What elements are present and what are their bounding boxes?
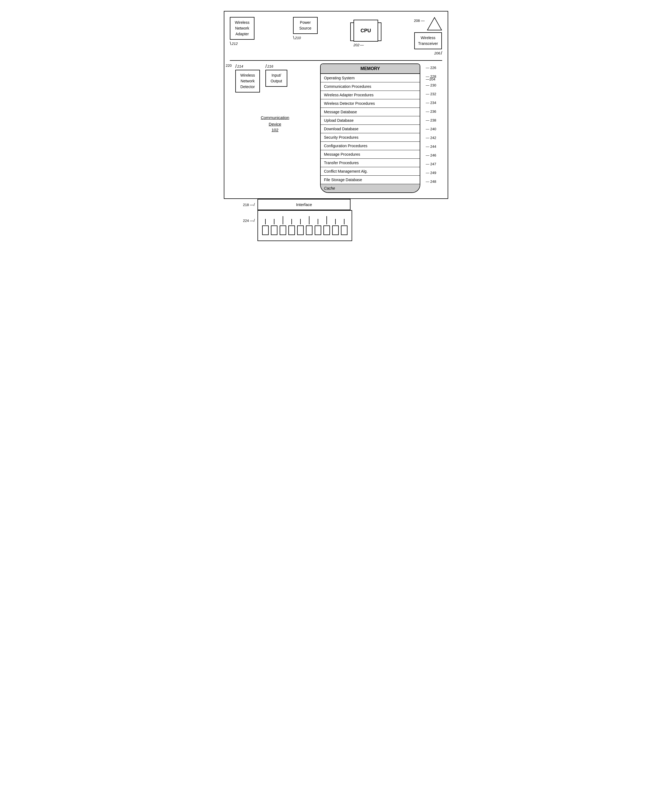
memory-ref-number: — 230 [426, 81, 442, 90]
memory-ref-number: — 244 [426, 142, 442, 151]
memory-ref-number: — 236 [426, 107, 442, 116]
memory-item: Cache [321, 184, 420, 192]
antenna-triangle [427, 17, 442, 31]
wireless-network-detector-group: / 214 Wireless Network Detector [235, 63, 260, 92]
memory-item: Download Database [321, 125, 420, 133]
input-output-group: / 216 Input/ Output [265, 63, 287, 92]
memory-ref-number: — 234 [426, 99, 442, 107]
keyboard-row: 224 —/ [243, 210, 448, 241]
diagram-wrapper: Wireless Network Adapter \ 212 Power Sou… [224, 11, 448, 241]
memory-item: Message Procedures [321, 150, 420, 159]
wireless-transceiver-group: 208 — Wireless Transceiver 206 / [414, 17, 442, 56]
memory-item: Upload Database [321, 116, 420, 125]
memory-header: MEMORY [321, 64, 420, 74]
power-source-box: Power Source [293, 17, 318, 34]
keyboard-connector-col [262, 219, 269, 235]
memory-item: Transfer Procedures [321, 159, 420, 167]
keyboard-diagram [257, 210, 352, 241]
memory-item: File Storage Database [321, 176, 420, 184]
keyboard-key [323, 225, 330, 235]
interface-ref-label: 218 —/ [243, 202, 255, 207]
svg-marker-0 [427, 18, 442, 30]
keyboard-connector-col [271, 219, 278, 235]
detector-io-row: / 214 Wireless Network Detector / 216 [235, 63, 315, 92]
keyboard-key [297, 225, 304, 235]
keyboard-key [341, 225, 347, 235]
memory-item: Communication Procedures [321, 82, 420, 91]
keyboard-connector-col [297, 219, 304, 235]
memory-ref-number: — 232 [426, 90, 442, 99]
memory-item: Conflict Management Alg. [321, 167, 420, 176]
keyboard-key [332, 225, 339, 235]
keyboard-connector-col [288, 219, 295, 235]
keyboard-connector-col [323, 216, 330, 235]
memory-ref-number: — 248 [426, 177, 442, 186]
transceiver-ref: 206 [434, 51, 440, 55]
wireless-transceiver-box: Wireless Transceiver [414, 32, 442, 49]
power-source-group: Power Source \ 210 [293, 17, 318, 41]
keyboard-connector-col [332, 219, 339, 235]
bottom-section: 220 / 214 Wireless Network Detector [230, 63, 442, 193]
communication-device-label: Communication Device 102 [235, 114, 315, 132]
memory-column: —204 MEMORY Operating SystemCommunicatio… [320, 63, 420, 193]
memory-ref-number: — 238 [426, 116, 442, 125]
memory-ref-number: — 249 [426, 168, 442, 177]
keyboard-key [271, 225, 278, 235]
keyboard-key [288, 225, 295, 235]
cpu-box: CPU [354, 20, 378, 42]
wireless-network-adapter-box: Wireless Network Adapter [230, 17, 254, 40]
keyboard-connector-col [279, 216, 286, 235]
antenna-group: 208 — [414, 17, 442, 31]
memory-item: Configuration Procedures [321, 142, 420, 150]
memory-item: Security Procedures [321, 133, 420, 142]
keyboard-key [279, 225, 286, 235]
cpu-group: CPU 202 — [354, 20, 378, 47]
memory-item: Wireless Detector Procedures [321, 99, 420, 108]
interface-section: 218 —/ Interface 224 —/ [224, 199, 448, 241]
memory-ref-number: — 240 [426, 125, 442, 134]
keyboard-connector-col [341, 219, 347, 235]
wireless-network-detector-box: Wireless Network Detector [235, 70, 260, 92]
left-column: 220 / 214 Wireless Network Detector [230, 63, 315, 193]
interface-row: 218 —/ Interface [243, 199, 448, 210]
communication-device-ref: 102 [235, 128, 315, 132]
keyboard-key [262, 225, 269, 235]
keyboard-connector-col [306, 216, 312, 235]
keyboard-ref-label: 224 —/ [243, 218, 255, 223]
memory-container: MEMORY Operating SystemCommunication Pro… [320, 63, 420, 193]
ref-220: 220 [226, 63, 232, 68]
memory-items-list: Operating SystemCommunication Procedures… [321, 74, 420, 192]
communication-device-text: Communication Device [235, 114, 315, 128]
memory-item: Message Database [321, 108, 420, 116]
wireless-network-adapter-group: Wireless Network Adapter \ 212 [230, 17, 254, 47]
memory-item: Operating System [321, 74, 420, 82]
memory-ref-number: — 246 [426, 151, 442, 160]
keyboard-key [315, 225, 321, 235]
memory-ref-number: — 226 [426, 63, 442, 72]
interface-box: Interface [257, 199, 351, 210]
keyboard-connector-col [315, 219, 321, 235]
memory-ref-number: — 247 [426, 160, 442, 168]
memory-item: Wireless Adapter Procedures [321, 91, 420, 99]
cpu-ref: 202 [354, 43, 360, 47]
keyboard-key [306, 225, 312, 235]
main-box: Wireless Network Adapter \ 212 Power Sou… [224, 11, 448, 199]
antenna-ref: 208 [414, 19, 420, 23]
ref-204: —204 [426, 77, 435, 81]
memory-ref-number: — 242 [426, 134, 442, 142]
input-output-box: Input/ Output [265, 70, 287, 87]
right-refs-column: — 226— 228— 230— 232— 234— 236— 238— 240… [426, 63, 442, 193]
